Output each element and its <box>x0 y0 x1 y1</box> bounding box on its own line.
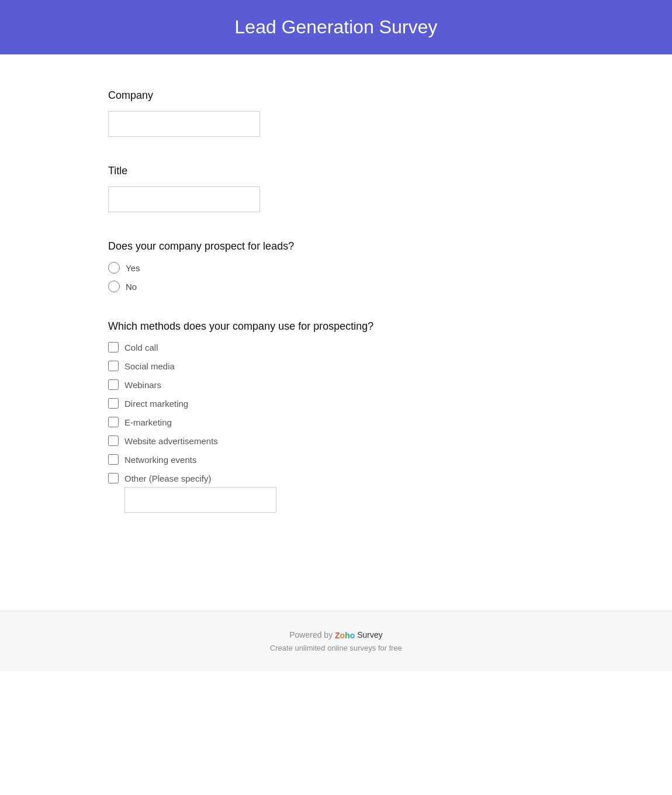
company-section: Company <box>108 89 564 137</box>
checkbox-option-webinars[interactable]: Webinars <box>108 379 564 390</box>
checkbox-option-website-ads[interactable]: Website advertisements <box>108 435 564 446</box>
footer-powered-line: Powered by Zoho Survey <box>12 630 660 640</box>
checkbox-option-cold-call[interactable]: Cold call <box>108 342 564 352</box>
survey-label: Survey <box>357 630 383 640</box>
zoho-logo: Zoho <box>335 631 355 640</box>
methods-checkbox-group: Cold call Social media Webinars Direct m… <box>108 342 564 513</box>
page-header: Lead Generation Survey <box>0 0 672 54</box>
methods-label: Which methods does your company use for … <box>108 320 564 333</box>
radio-no-label[interactable]: No <box>126 282 137 292</box>
page-title: Lead Generation Survey <box>235 16 438 38</box>
zoho-letter-o1: o <box>340 631 345 640</box>
zoho-letter-z: Z <box>335 631 340 640</box>
title-label: Title <box>108 165 564 177</box>
footer: Powered by Zoho Survey Create unlimited … <box>0 611 672 671</box>
checkbox-option-networking[interactable]: Networking events <box>108 454 564 465</box>
radio-no-input[interactable] <box>108 281 120 292</box>
checkbox-other[interactable] <box>108 473 119 483</box>
zoho-letter-h: h <box>345 631 350 640</box>
checkbox-webinars-label[interactable]: Webinars <box>124 380 161 390</box>
checkbox-website-ads-label[interactable]: Website advertisements <box>124 436 218 446</box>
radio-yes-label[interactable]: Yes <box>126 263 140 273</box>
checkbox-option-social-media[interactable]: Social media <box>108 361 564 371</box>
powered-by-text: Powered by <box>289 630 332 640</box>
radio-yes-input[interactable] <box>108 262 120 274</box>
checkbox-option-e-marketing[interactable]: E-marketing <box>108 417 564 427</box>
prospect-section: Does your company prospect for leads? Ye… <box>108 240 564 292</box>
methods-section: Which methods does your company use for … <box>108 320 564 513</box>
checkbox-networking[interactable] <box>108 454 119 465</box>
radio-option-no[interactable]: No <box>108 281 564 292</box>
checkbox-e-marketing[interactable] <box>108 417 119 427</box>
prospect-label: Does your company prospect for leads? <box>108 240 564 253</box>
footer-tagline: Create unlimited online surveys for free <box>12 644 660 652</box>
checkbox-social-media-label[interactable]: Social media <box>124 361 175 371</box>
checkbox-option-direct-marketing[interactable]: Direct marketing <box>108 398 564 409</box>
checkbox-option-other-wrapper: Other (Please specify) <box>108 473 564 513</box>
checkbox-website-ads[interactable] <box>108 435 119 446</box>
company-label: Company <box>108 89 564 102</box>
company-input[interactable] <box>108 111 260 137</box>
radio-option-yes[interactable]: Yes <box>108 262 564 274</box>
checkbox-direct-marketing-label[interactable]: Direct marketing <box>124 399 188 409</box>
checkbox-cold-call-label[interactable]: Cold call <box>124 343 158 352</box>
checkbox-cold-call[interactable] <box>108 342 119 352</box>
title-input[interactable] <box>108 186 260 212</box>
form-container: Company Title Does your company prospect… <box>73 54 599 564</box>
checkbox-social-media[interactable] <box>108 361 119 371</box>
checkbox-webinars[interactable] <box>108 379 119 390</box>
title-section: Title <box>108 165 564 212</box>
checkbox-direct-marketing[interactable] <box>108 398 119 409</box>
checkbox-networking-label[interactable]: Networking events <box>124 455 196 465</box>
checkbox-other-label[interactable]: Other (Please specify) <box>124 473 211 483</box>
other-specify-input[interactable] <box>124 487 276 513</box>
zoho-letter-o2: o <box>350 631 355 640</box>
checkbox-e-marketing-label[interactable]: E-marketing <box>124 417 172 427</box>
prospect-radio-group: Yes No <box>108 262 564 292</box>
checkbox-option-other[interactable]: Other (Please specify) <box>108 473 564 483</box>
